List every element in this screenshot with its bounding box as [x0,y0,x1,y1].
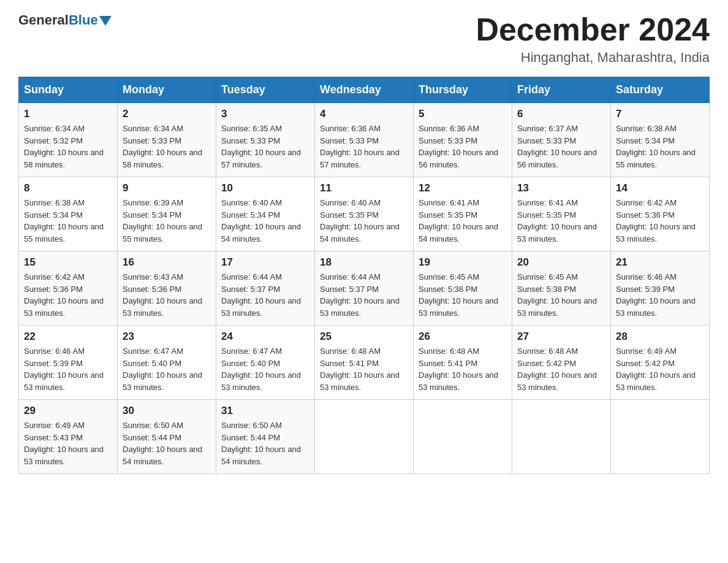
day-info: Sunrise: 6:50 AMSunset: 5:44 PMDaylight:… [221,419,309,467]
week-row-3: 15Sunrise: 6:42 AMSunset: 5:36 PMDayligh… [19,251,710,326]
logo-blue-text: Blue [69,12,98,28]
day-number: 23 [123,331,211,343]
day-number: 5 [419,108,507,120]
calendar-cell: 17Sunrise: 6:44 AMSunset: 5:37 PMDayligh… [216,251,315,326]
calendar-cell: 27Sunrise: 6:48 AMSunset: 5:42 PMDayligh… [512,326,611,400]
day-number: 25 [320,331,408,343]
day-info: Sunrise: 6:38 AMSunset: 5:34 PMDaylight:… [24,197,112,245]
week-row-1: 1Sunrise: 6:34 AMSunset: 5:32 PMDaylight… [19,103,710,177]
calendar-cell [611,400,710,474]
day-info: Sunrise: 6:40 AMSunset: 5:35 PMDaylight:… [320,197,408,245]
calendar-cell: 5Sunrise: 6:36 AMSunset: 5:33 PMDaylight… [414,103,512,177]
day-info: Sunrise: 6:47 AMSunset: 5:40 PMDaylight:… [123,345,211,393]
day-info: Sunrise: 6:35 AMSunset: 5:33 PMDaylight:… [221,123,309,170]
day-number: 26 [419,331,507,343]
day-number: 19 [419,256,507,269]
calendar-cell: 19Sunrise: 6:45 AMSunset: 5:38 PMDayligh… [414,251,512,326]
day-info: Sunrise: 6:47 AMSunset: 5:40 PMDaylight:… [221,345,309,393]
calendar-cell: 22Sunrise: 6:46 AMSunset: 5:39 PMDayligh… [19,326,118,400]
calendar-cell: 6Sunrise: 6:37 AMSunset: 5:33 PMDaylight… [512,103,611,177]
header-day-wednesday: Wednesday [315,77,414,103]
day-number: 7 [616,108,704,120]
calendar-cell: 3Sunrise: 6:35 AMSunset: 5:33 PMDaylight… [216,103,315,177]
day-number: 2 [123,108,211,120]
calendar-cell: 23Sunrise: 6:47 AMSunset: 5:40 PMDayligh… [118,326,216,400]
day-info: Sunrise: 6:38 AMSunset: 5:34 PMDaylight:… [616,123,704,170]
logo-general-text: General [18,12,69,28]
calendar-cell: 31Sunrise: 6:50 AMSunset: 5:44 PMDayligh… [216,400,315,474]
day-number: 8 [24,182,112,194]
header-day-saturday: Saturday [611,77,710,103]
month-title: December 2024 [476,12,710,47]
day-number: 27 [517,331,605,343]
day-number: 31 [221,405,309,417]
location-text: Hinganghat, Maharashtra, India [476,50,710,66]
logo-triangle-icon [99,16,112,26]
day-info: Sunrise: 6:48 AMSunset: 5:41 PMDaylight:… [419,345,507,393]
day-number: 22 [24,331,112,343]
day-info: Sunrise: 6:48 AMSunset: 5:41 PMDaylight:… [320,345,408,393]
title-block: December 2024 Hinganghat, Maharashtra, I… [476,12,710,66]
day-info: Sunrise: 6:39 AMSunset: 5:34 PMDaylight:… [123,197,211,245]
calendar-cell: 12Sunrise: 6:41 AMSunset: 5:35 PMDayligh… [414,177,512,251]
calendar-cell: 9Sunrise: 6:39 AMSunset: 5:34 PMDaylight… [118,177,216,251]
day-info: Sunrise: 6:49 AMSunset: 5:42 PMDaylight:… [616,345,704,393]
day-info: Sunrise: 6:50 AMSunset: 5:44 PMDaylight:… [123,419,211,467]
day-info: Sunrise: 6:41 AMSunset: 5:35 PMDaylight:… [419,197,507,245]
day-info: Sunrise: 6:46 AMSunset: 5:39 PMDaylight:… [24,345,112,393]
day-number: 24 [221,331,309,343]
day-info: Sunrise: 6:44 AMSunset: 5:37 PMDaylight:… [320,271,408,319]
day-number: 14 [616,182,704,194]
calendar-cell: 26Sunrise: 6:48 AMSunset: 5:41 PMDayligh… [414,326,512,400]
calendar-cell: 1Sunrise: 6:34 AMSunset: 5:32 PMDaylight… [19,103,118,177]
day-info: Sunrise: 6:37 AMSunset: 5:33 PMDaylight:… [517,123,605,170]
day-number: 29 [24,405,112,417]
calendar-header-row: SundayMondayTuesdayWednesdayThursdayFrid… [19,77,710,103]
calendar-cell: 16Sunrise: 6:43 AMSunset: 5:36 PMDayligh… [118,251,216,326]
day-info: Sunrise: 6:45 AMSunset: 5:38 PMDaylight:… [419,271,507,319]
day-number: 17 [221,256,309,269]
day-info: Sunrise: 6:44 AMSunset: 5:37 PMDaylight:… [221,271,309,319]
day-number: 16 [123,256,211,269]
day-number: 3 [221,108,309,120]
day-number: 30 [123,405,211,417]
calendar-cell [512,400,611,474]
day-info: Sunrise: 6:49 AMSunset: 5:43 PMDaylight:… [24,419,112,467]
calendar-cell: 7Sunrise: 6:38 AMSunset: 5:34 PMDaylight… [611,103,710,177]
calendar-cell: 8Sunrise: 6:38 AMSunset: 5:34 PMDaylight… [19,177,118,251]
day-info: Sunrise: 6:41 AMSunset: 5:35 PMDaylight:… [517,197,605,245]
calendar-cell: 30Sunrise: 6:50 AMSunset: 5:44 PMDayligh… [118,400,216,474]
calendar-cell: 15Sunrise: 6:42 AMSunset: 5:36 PMDayligh… [19,251,118,326]
day-info: Sunrise: 6:48 AMSunset: 5:42 PMDaylight:… [517,345,605,393]
logo-blue-part: Blue [69,12,112,28]
calendar-cell: 10Sunrise: 6:40 AMSunset: 5:34 PMDayligh… [216,177,315,251]
week-row-4: 22Sunrise: 6:46 AMSunset: 5:39 PMDayligh… [19,326,710,400]
day-number: 18 [320,256,408,269]
day-info: Sunrise: 6:46 AMSunset: 5:39 PMDaylight:… [616,271,704,319]
calendar-cell [414,400,512,474]
day-info: Sunrise: 6:43 AMSunset: 5:36 PMDaylight:… [123,271,211,319]
day-number: 4 [320,108,408,120]
day-number: 15 [24,256,112,269]
calendar-cell [315,400,414,474]
day-info: Sunrise: 6:42 AMSunset: 5:36 PMDaylight:… [24,271,112,319]
header-day-monday: Monday [118,77,216,103]
day-number: 20 [517,256,605,269]
day-info: Sunrise: 6:36 AMSunset: 5:33 PMDaylight:… [320,123,408,170]
calendar-cell: 24Sunrise: 6:47 AMSunset: 5:40 PMDayligh… [216,326,315,400]
header-day-tuesday: Tuesday [216,77,315,103]
day-number: 11 [320,182,408,194]
header-day-sunday: Sunday [19,77,118,103]
day-info: Sunrise: 6:45 AMSunset: 5:38 PMDaylight:… [517,271,605,319]
calendar-cell: 21Sunrise: 6:46 AMSunset: 5:39 PMDayligh… [611,251,710,326]
calendar-cell: 4Sunrise: 6:36 AMSunset: 5:33 PMDaylight… [315,103,414,177]
day-number: 6 [517,108,605,120]
page-header: General Blue December 2024 Hinganghat, M… [18,12,710,66]
week-row-2: 8Sunrise: 6:38 AMSunset: 5:34 PMDaylight… [19,177,710,251]
day-info: Sunrise: 6:34 AMSunset: 5:32 PMDaylight:… [24,123,112,170]
header-day-friday: Friday [512,77,611,103]
day-info: Sunrise: 6:42 AMSunset: 5:36 PMDaylight:… [616,197,704,245]
day-info: Sunrise: 6:40 AMSunset: 5:34 PMDaylight:… [221,197,309,245]
calendar-cell: 14Sunrise: 6:42 AMSunset: 5:36 PMDayligh… [611,177,710,251]
day-info: Sunrise: 6:34 AMSunset: 5:33 PMDaylight:… [123,123,211,170]
